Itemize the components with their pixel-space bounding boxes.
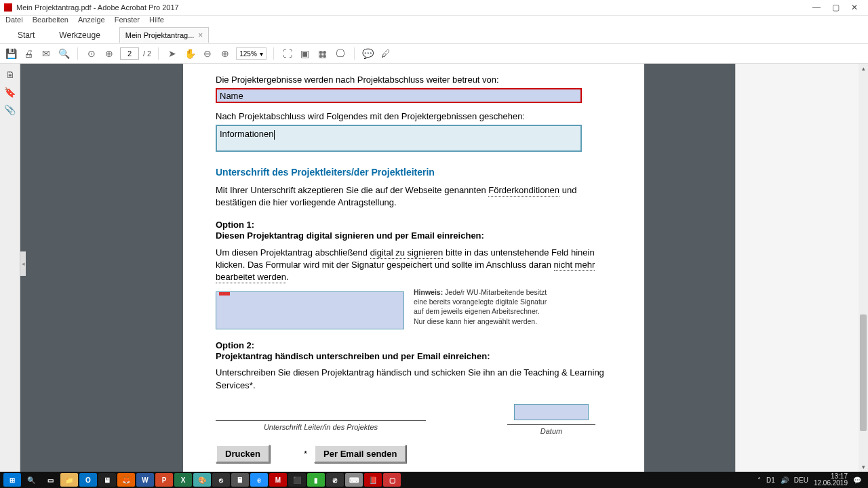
asterisk: * [304, 449, 307, 459]
tray-lang[interactable]: DEU [794, 476, 808, 484]
collapse-left-icon[interactable]: ◂ [20, 251, 26, 276]
read-mode-icon[interactable]: 🖵 [334, 47, 347, 60]
scroll-thumb[interactable] [860, 314, 867, 431]
maximize-button[interactable]: ▢ [826, 1, 845, 14]
digital-signature-field[interactable] [216, 291, 404, 329]
comment-icon[interactable]: 💬 [361, 47, 375, 60]
fit-width-icon[interactable]: ⛶ [281, 47, 294, 60]
link-foerderkonditionen[interactable]: Förderkonditionen [488, 185, 559, 197]
document-viewport[interactable]: ◂ Die Projektergebnisse werden nach Proj… [20, 64, 735, 472]
window-title: Mein Projektantrag.pdf - Adobe Acrobat P… [16, 3, 179, 12]
hand-icon[interactable]: ✋ [183, 47, 197, 60]
page-up-icon[interactable]: ⊙ [85, 47, 98, 60]
taskbar-app-6[interactable]: 🦊 [117, 473, 135, 487]
taskbar-app-4[interactable]: O [79, 473, 97, 487]
taskbar-app-19[interactable]: 📕 [364, 473, 382, 487]
chevron-down-icon: ▾ [260, 50, 263, 58]
taskbar-app-8[interactable]: P [155, 473, 173, 487]
tab-document[interactable]: Mein Projektantrag... × [119, 27, 210, 43]
tab-close-icon[interactable]: × [198, 30, 203, 40]
tray-lang-short[interactable]: D1 [766, 476, 775, 484]
toolbar: 💾 🖨 ✉ 🔍 ⊙ ⊕ / 2 ➤ ✋ ⊖ ⊕ 125%▾ ⛶ ▣ ▦ 🖵 💬 … [0, 44, 868, 64]
fit-icon[interactable]: ▦ [316, 47, 330, 60]
taskbar-app-12[interactable]: 🖩 [231, 473, 249, 487]
tray-clock[interactable]: 13:17 12.06.2019 [814, 473, 848, 487]
print-button[interactable]: Drucken [216, 445, 270, 463]
tray-chevron-icon[interactable]: ˄ [757, 476, 761, 484]
taskbar-app-16[interactable]: ▮ [307, 473, 325, 487]
menu-bar: Datei Bearbeiten Anzeige Fenster Hilfe [0, 16, 868, 26]
date-label: Datum [540, 427, 562, 435]
bookmarks-icon[interactable]: 🔖 [4, 87, 16, 98]
menu-fenster[interactable]: Fenster [115, 16, 140, 24]
left-nav-strip: 🗎 🔖 📎 [0, 64, 20, 472]
option1-text: Um diesen Projektantrag abschließend dig… [216, 247, 612, 284]
highlight-icon[interactable]: 🖊 [379, 47, 393, 60]
hinweis-text: Hinweis: Jede/r WU-Mitarbeitende besitzt… [414, 287, 549, 326]
windows-taskbar: ⊞🔍▭📁O🖥🦊WPX🎨⎋🖩eM⬛▮⎚⌨📕▢ ˄ D1 🔊 DEU 13:17 1… [0, 472, 868, 488]
taskbar-app-15[interactable]: ⬛ [288, 473, 306, 487]
taskbar-app-13[interactable]: e [250, 473, 268, 487]
taskbar-app-3[interactable]: 📁 [60, 473, 78, 487]
zoom-in-icon[interactable]: ⊕ [218, 47, 232, 60]
taskbar-app-11[interactable]: ⎋ [212, 473, 230, 487]
zoom-select[interactable]: 125%▾ [236, 47, 267, 60]
taskbar-app-14[interactable]: M [269, 473, 287, 487]
minimize-button[interactable]: ― [807, 1, 826, 14]
taskbar-app-0[interactable]: ⊞ [3, 473, 21, 487]
fit-page-icon[interactable]: ▣ [298, 47, 312, 60]
scroll-down-icon[interactable]: ▾ [859, 462, 868, 472]
taskbar-app-18[interactable]: ⌨ [345, 473, 363, 487]
document-tabs: Start Werkzeuge Mein Projektantrag... × [0, 26, 868, 44]
attachments-icon[interactable]: 📎 [4, 104, 16, 115]
tray-volume-icon[interactable]: 🔊 [781, 476, 789, 484]
field-informationen[interactable]: Informationen [216, 125, 582, 152]
thumbnails-icon[interactable]: 🗎 [5, 69, 15, 80]
pdf-page: Die Projektergebnisse werden nach Projek… [183, 64, 644, 472]
tab-start[interactable]: Start [5, 28, 47, 43]
option2-head: Option 2: [216, 340, 612, 350]
taskbar-app-2[interactable]: ▭ [41, 473, 59, 487]
taskbar-app-20[interactable]: ▢ [383, 473, 401, 487]
menu-datei[interactable]: Datei [5, 16, 23, 24]
field-name[interactable]: Name [216, 88, 582, 103]
app-icon [4, 3, 12, 12]
field-label-folgendes: Nach Projektabschluss wird Folgendes mit… [216, 111, 612, 121]
menu-bearbeiten[interactable]: Bearbeiten [33, 16, 68, 24]
tab-werkzeuge[interactable]: Werkzeuge [47, 28, 112, 43]
window-titlebar: Mein Projektantrag.pdf - Adobe Acrobat P… [0, 0, 868, 16]
taskbar-app-9[interactable]: X [174, 473, 192, 487]
taskbar-app-5[interactable]: 🖥 [98, 473, 116, 487]
scrollbar[interactable]: ▴ ▾ [859, 64, 868, 472]
scroll-up-icon[interactable]: ▴ [859, 64, 868, 73]
search-icon[interactable]: 🔍 [57, 47, 71, 60]
email-button[interactable]: Per Email senden [314, 445, 406, 463]
signature-tag-icon [219, 292, 230, 296]
tab-document-label: Mein Projektantrag... [125, 31, 195, 39]
tray-notifications-icon[interactable]: 💬 [853, 476, 861, 484]
page-number-input[interactable] [120, 47, 139, 60]
menu-hilfe[interactable]: Hilfe [149, 16, 164, 24]
date-field[interactable] [514, 404, 589, 420]
taskbar-app-1[interactable]: 🔍 [22, 473, 40, 487]
section-title-unterschrift: Unterschrift des Projektleiters/der Proj… [216, 167, 612, 178]
save-icon[interactable]: 💾 [4, 47, 18, 60]
system-tray[interactable]: ˄ D1 🔊 DEU 13:17 12.06.2019 💬 [757, 473, 865, 487]
close-button[interactable]: ✕ [845, 1, 864, 14]
field-label-betreut: Die Projektergebnisse werden nach Projek… [216, 75, 612, 85]
taskbar-app-17[interactable]: ⎚ [326, 473, 344, 487]
menu-anzeige[interactable]: Anzeige [78, 16, 105, 24]
pointer-icon[interactable]: ➤ [165, 47, 179, 60]
zoom-out-icon[interactable]: ⊖ [201, 47, 214, 60]
mail-icon[interactable]: ✉ [39, 47, 53, 60]
print-icon[interactable]: 🖨 [22, 47, 35, 60]
page-down-icon[interactable]: ⊕ [102, 47, 116, 60]
taskbar-app-10[interactable]: 🎨 [193, 473, 211, 487]
work-area: 🗎 🔖 📎 ◂ Die Projektergebnisse werden nac… [0, 64, 868, 472]
tools-panel[interactable]: ▴ ▾ [735, 64, 868, 472]
page-total: / 2 [143, 49, 151, 58]
taskbar-app-7[interactable]: W [136, 473, 154, 487]
link-digital-signieren[interactable]: digital zu signieren [370, 247, 443, 259]
signature-slot: Unterschrift Leiter/in des Projektes [216, 404, 426, 435]
accept-text: Mit Ihrer Unterschrift akzeptieren Sie d… [216, 184, 612, 209]
